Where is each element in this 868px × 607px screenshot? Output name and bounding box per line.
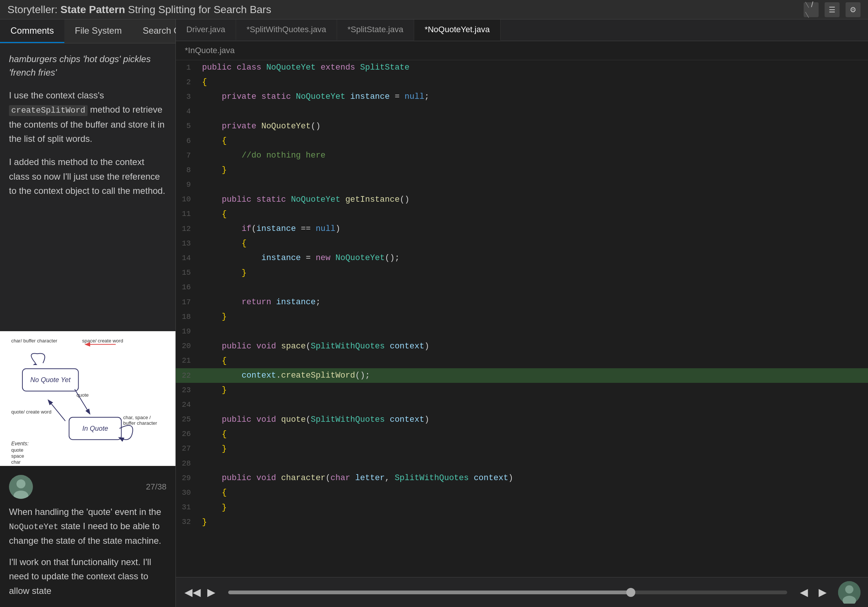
title-bar: Storyteller: State Pattern String Splitt…: [0, 0, 868, 19]
svg-text:char, space /: char, space /: [123, 414, 151, 420]
code-line-23: 23 }: [176, 383, 868, 397]
svg-text:quote/ create word: quote/ create word: [11, 409, 51, 414]
tab-bar: Comments File System Search Comments: [0, 19, 175, 43]
title: Storyteller: State Pattern String Splitt…: [8, 4, 271, 16]
diagram-area: char/ buffer character space/ create wor…: [0, 331, 175, 466]
code-line-12: 12 if(instance == null): [176, 222, 868, 236]
svg-text:buffer character: buffer character: [123, 420, 157, 426]
main-layout: Comments File System Search Comments ham…: [0, 19, 868, 607]
code-line-27: 27 }: [176, 442, 868, 456]
next-arrow[interactable]: ▶: [814, 583, 832, 602]
code-line-21: 21 {: [176, 354, 868, 368]
breadcrumb-text: *InQuote.java: [185, 46, 235, 55]
comment-counter: 27/38: [146, 482, 166, 492]
avatar: [9, 475, 33, 499]
bottom-comment: 27/38 When handling the 'quote' event in…: [0, 466, 175, 607]
state-diagram: char/ buffer character space/ create wor…: [0, 331, 175, 466]
right-panel: Driver.java *SplitWithQuotes.java *Split…: [176, 19, 868, 607]
tab-splitwithquotes-java[interactable]: *SplitWithQuotes.java: [236, 19, 337, 41]
svg-point-20: [17, 480, 25, 488]
code-line-2: 2 {: [176, 75, 868, 89]
svg-text:Events:: Events:: [11, 441, 29, 446]
code-line-20: 20 public void space(SplitWithQuotes con…: [176, 339, 868, 354]
title-bold: State Pattern: [60, 4, 126, 16]
code-line-16: 16: [176, 280, 868, 295]
code-line-19: 19: [176, 324, 868, 339]
tab-driver-java[interactable]: Driver.java: [176, 19, 236, 41]
svg-text:space: space: [11, 453, 24, 459]
left-panel: Comments File System Search Comments ham…: [0, 19, 176, 607]
svg-text:No Quote Yet: No Quote Yet: [30, 376, 71, 383]
title-suffix: String Splitting for Search Bars: [125, 4, 271, 16]
comment-paragraph-2: I added this method to the context class…: [9, 155, 166, 198]
svg-text:char/ buffer character: char/ buffer character: [11, 338, 57, 343]
code-line-4: 4: [176, 104, 868, 119]
tab-filesystem[interactable]: File System: [64, 19, 132, 43]
tab-splitstate-java[interactable]: *SplitState.java: [337, 19, 414, 41]
editor-tabs: Driver.java *SplitWithQuotes.java *Split…: [176, 19, 868, 41]
code-line-31: 31 }: [176, 500, 868, 515]
title-prefix: Storyteller:: [8, 4, 60, 16]
italic-comment: hamburgers chips 'hot dogs' pickles 'fre…: [9, 53, 166, 79]
code-icon[interactable]: ﹨/﹨: [804, 2, 818, 17]
tab-noquoteyet-java[interactable]: *NoQuoteYet.java: [414, 19, 501, 41]
svg-text:char: char: [11, 459, 21, 464]
code-line-5: 5 private NoQuoteYet(): [176, 119, 868, 134]
code-line-18: 18 }: [176, 309, 868, 324]
play-button[interactable]: ▶: [202, 583, 221, 602]
code-line-24: 24: [176, 397, 868, 412]
breadcrumb: *InQuote.java: [176, 41, 868, 60]
code-line-32: 32 }: [176, 515, 868, 529]
code-line-13: 13 {: [176, 236, 868, 251]
code-line-25: 25 public void quote(SplitWithQuotes con…: [176, 412, 868, 427]
list-icon[interactable]: ☰: [825, 2, 840, 17]
code-line-15: 15 }: [176, 266, 868, 280]
progress-thumb[interactable]: [626, 588, 635, 597]
progress-bar[interactable]: [228, 590, 787, 594]
left-content: hamburgers chips 'hot dogs' pickles 'fre…: [0, 43, 175, 331]
svg-text:In Quote: In Quote: [82, 425, 108, 432]
bottom-avatar: [838, 581, 860, 604]
tab-comments[interactable]: Comments: [0, 19, 64, 43]
code-line-17: 17 return instance;: [176, 295, 868, 309]
bottom-bar: ◀◀ ▶ ◀ ▶: [176, 577, 868, 607]
code-editor: 1 public class NoQuoteYet extends SplitS…: [176, 60, 868, 577]
gear-icon[interactable]: ⚙: [846, 2, 860, 17]
svg-text:space/ create word: space/ create word: [82, 338, 124, 343]
code-line-1: 1 public class NoQuoteYet extends SplitS…: [176, 60, 868, 75]
code-line-8: 8 }: [176, 163, 868, 177]
comment-header: 27/38: [9, 475, 166, 499]
code-line-3: 3 private static NoQuoteYet instance = n…: [176, 89, 868, 104]
code-line-30: 30 {: [176, 485, 868, 500]
code-line-28: 28: [176, 456, 868, 471]
comment-paragraph-1: I use the context class's createSplitWor…: [9, 88, 166, 146]
code-line-29: 29 public void character(char letter, Sp…: [176, 471, 868, 485]
bottom-comment-text-1: When handling the 'quote' event in the N…: [9, 505, 166, 548]
code-line-7: 7 //do nothing here: [176, 148, 868, 163]
title-bar-icons: ﹨/﹨ ☰ ⚙: [804, 2, 860, 17]
prev-arrow[interactable]: ◀: [795, 583, 814, 602]
code-line-14: 14 instance = new NoQuoteYet();: [176, 251, 868, 265]
code-line-26: 26 {: [176, 427, 868, 442]
skip-back-button[interactable]: ◀◀: [183, 583, 202, 602]
code-line-22: 22 context.createSplitWord();: [176, 368, 868, 383]
progress-fill: [228, 590, 631, 594]
code-line-11: 11 {: [176, 207, 868, 222]
bottom-comment-text-2: I'll work on that functionality next. I'…: [9, 555, 166, 598]
code-line-10: 10 public static NoQuoteYet getInstance(…: [176, 193, 868, 207]
svg-point-23: [845, 585, 853, 593]
code-line-9: 9: [176, 178, 868, 193]
svg-text:quote: quote: [11, 447, 23, 453]
code-line-6: 6 {: [176, 134, 868, 148]
